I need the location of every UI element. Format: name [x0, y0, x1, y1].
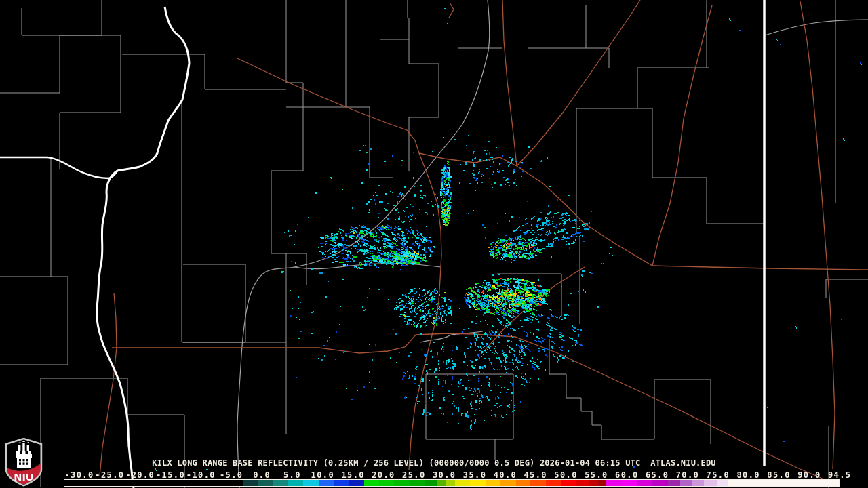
scale-label: 40.0	[494, 470, 517, 480]
scale-label: -20.0	[125, 470, 155, 480]
scale-label: 45.0	[524, 470, 548, 480]
scale-label: 90.0	[797, 470, 821, 480]
scale-label: -10.0	[186, 470, 216, 480]
scale-label: 50.0	[554, 470, 578, 480]
radar-echoes	[0, 0, 868, 488]
reflectivity-colorbar	[64, 479, 840, 487]
scale-label: -25.0	[95, 470, 124, 480]
scale-label: 25.0	[402, 470, 426, 480]
niu-logo-text: NIU	[14, 472, 33, 483]
scale-label: 85.0	[767, 470, 791, 480]
scale-label: 30.0	[433, 470, 456, 480]
niu-shield-icon: NIU	[5, 438, 43, 487]
scale-label: 75.0	[707, 470, 730, 480]
scale-label: 70.0	[676, 470, 700, 480]
scale-label: 80.0	[736, 470, 760, 480]
scale-label: -15.0	[156, 470, 185, 480]
scale-label: 65.0	[646, 470, 669, 480]
scale-label: -30.0	[64, 470, 94, 480]
product-title: KILX LONG RANGE BASE REFLECTIVITY (0.25K…	[0, 459, 868, 468]
scale-label: -5.0	[220, 470, 243, 480]
scale-labels: -30.0-25.0-20.0-15.0-10.0-5.00.05.010.01…	[0, 470, 868, 479]
scale-label: 10.0	[311, 470, 335, 480]
scale-label: 20.0	[372, 470, 395, 480]
scale-label: 35.0	[463, 470, 487, 480]
scale-label: 15.0	[341, 470, 365, 480]
scale-label: 5.0	[283, 470, 301, 480]
radar-display: KILX LONG RANGE BASE REFLECTIVITY (0.25K…	[0, 0, 868, 488]
scale-label: 94.5	[828, 470, 852, 480]
scale-label: 60.0	[615, 470, 639, 480]
niu-logo: NIU	[5, 438, 43, 487]
scale-label: 55.0	[585, 470, 608, 480]
scale-label: 0.0	[253, 470, 271, 480]
